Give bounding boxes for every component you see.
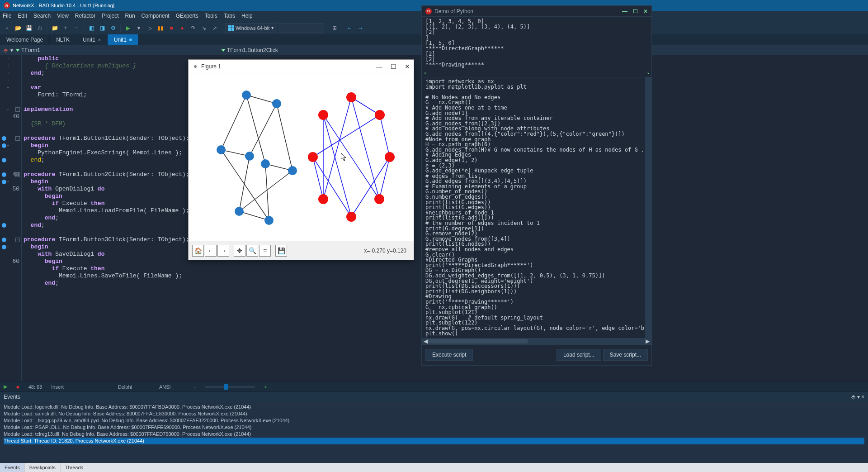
scroll-left-icon[interactable]: ◀ [424,338,428,344]
nav-form: TForm1 [16,47,40,53]
slider-thumb[interactable] [224,384,228,390]
scroll-right-icon[interactable]: ▶ [646,338,650,344]
nav-form-label[interactable]: TForm1 [21,47,40,53]
window-layout-icon[interactable]: ⊞ [330,24,339,33]
pan-icon[interactable]: ✥ [234,245,245,257]
zoom-icon[interactable]: 🔍 [246,245,258,257]
tab-welcome[interactable]: Welcome Page [0,34,50,45]
scroll-right-icon[interactable]: › [646,71,650,77]
menu-search[interactable]: Search [33,13,51,19]
minimize-icon[interactable]: — [376,63,382,70]
events-panel: Events ⬘ ▾ × Module Load: logoncli.dll. … [0,391,868,472]
step-out-icon[interactable]: ↗ [210,24,219,33]
chevron-icon[interactable]: ▾ [857,394,860,400]
toggle-view-icon[interactable]: ◨ [98,24,107,33]
stop-indicator-icon[interactable]: ■ [16,384,19,390]
save-script-button[interactable]: Save script... [603,349,648,361]
svg-line-1 [221,95,246,150]
menu-tools[interactable]: Tools [205,13,217,19]
chevron-down-icon[interactable]: ▾ [10,47,13,53]
tab-unit1[interactable]: Unit1× [76,34,108,45]
svg-line-25 [351,97,379,199]
nav-forward-icon[interactable]: → [356,24,365,33]
back-icon[interactable]: ← [205,245,217,257]
plus-icon[interactable]: + [264,384,267,390]
vertical-scrollbar[interactable] [645,77,651,338]
events-tab-events[interactable]: Events [0,463,25,472]
pydemo-buttons: Execute script Load script... Save scrip… [422,344,651,364]
zoom-slider[interactable] [205,386,255,388]
open-file-icon[interactable]: 📂 [14,24,23,33]
forward-icon[interactable]: → [217,245,229,257]
triangle-icon [222,49,225,52]
menu-file[interactable]: File [3,13,11,19]
menu-view[interactable]: View [57,13,69,19]
configure-icon[interactable]: ≡ [259,245,271,257]
maximize-icon[interactable]: ☐ [391,63,396,70]
matplotlib-figure-window: Figure 1 — ☐ ✕ [188,59,414,260]
settings-icon[interactable]: ⚙ [108,24,118,33]
close-icon[interactable]: ✕ [643,8,648,14]
menu-help[interactable]: Help [241,13,253,19]
pydemo-titlebar[interactable]: D Demo of Python — ☐ ✕ [422,6,651,17]
save-icon[interactable]: 💾 [24,24,33,33]
maximize-icon[interactable]: ☐ [633,8,638,14]
execute-script-button[interactable]: Execute script [425,349,473,361]
step-into-icon[interactable]: ↘ [199,24,208,33]
chevron-down-icon: ▾ [271,25,274,31]
python-output[interactable]: [1, 2, 3, 4, 5, 0] [(1, 2), (2, 3), (3, … [422,17,651,77]
scrollbar-thumb[interactable] [428,339,528,343]
python-code-editor[interactable]: import networkx as nx import matplotlib.… [422,77,651,338]
figure-titlebar[interactable]: Figure 1 — ☐ ✕ [189,60,414,73]
save-all-icon[interactable]: ⎙ [35,24,44,33]
form-view-icon[interactable]: ◧ [87,24,96,33]
figure-canvas[interactable] [189,73,414,241]
run-icon[interactable]: ▶ [123,24,132,33]
menu-edit[interactable]: Edit [18,13,27,19]
run-no-debug-icon[interactable]: ▷ [145,24,154,33]
tab-unit1-active[interactable]: Unit1 [108,34,139,45]
scroll-left-icon[interactable]: ‹ [424,71,427,77]
record-icon[interactable]: ● [178,24,187,33]
platform-selector[interactable]: Windows 64-bit ▾ [225,23,277,33]
events-tab-threads[interactable]: Threads [61,463,88,472]
home-icon[interactable]: 🏠 [192,245,204,257]
close-icon[interactable]: ✕ [405,63,410,70]
minimize-icon[interactable]: — [622,8,627,14]
section-icon[interactable]: ⬘ [4,47,8,53]
editor-gutter[interactable]: ····---40----48-50--60 [0,55,22,381]
menu-refactor[interactable]: Refactor [75,13,95,19]
load-script-button[interactable]: Load script... [557,349,601,361]
menu-gexperts[interactable]: GExperts [176,13,198,19]
pause-icon[interactable]: ▮▮ [156,24,165,33]
delphi-icon: D [425,8,432,14]
nav-method-label[interactable]: TForm1.Button2Click [227,47,278,53]
close-icon[interactable]: × [861,394,864,400]
tab-nltk[interactable]: NLTK [50,34,76,45]
run-indicator-icon[interactable]: ▶ [4,384,7,390]
config-selector[interactable] [279,23,324,33]
folder-icon[interactable]: 📁 [50,24,59,33]
horizontal-scrollbar[interactable]: ◀ ▶ [422,338,651,344]
new-file-icon[interactable]: ▫ [3,24,12,33]
minus-icon[interactable]: − [193,384,196,390]
pin-icon[interactable]: ⬘ [851,394,855,400]
menu-tabs[interactable]: Tabs [224,13,235,19]
events-log[interactable]: Module Load: logoncli.dll. No Debug Info… [0,402,868,463]
svg-line-20 [380,115,390,157]
svg-line-10 [239,211,269,220]
menu-project[interactable]: Project [102,13,118,19]
menu-run[interactable]: Run [125,13,135,19]
remove-file-icon[interactable]: － [72,24,81,33]
dropdown-icon[interactable]: ▾ [134,24,143,33]
svg-point-32 [385,152,395,162]
tab-label: Unit1 [114,37,127,43]
step-over-icon[interactable]: ↷ [189,24,198,33]
nav-back-icon[interactable]: ← [345,24,354,33]
svg-point-36 [346,212,356,222]
stop-icon[interactable]: ■ [167,24,176,33]
add-file-icon[interactable]: ＋ [61,24,70,33]
close-icon[interactable]: × [98,38,101,43]
events-tab-breakpoints[interactable]: Breakpoints [25,463,61,472]
menu-component[interactable]: Component [142,13,170,19]
